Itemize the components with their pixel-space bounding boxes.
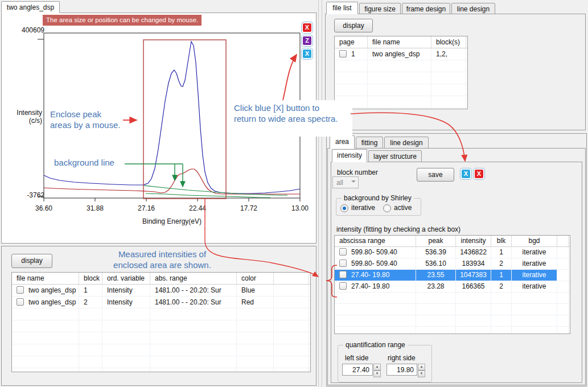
row-checkbox[interactable] bbox=[17, 298, 24, 306]
table-row[interactable]: two angles_dsp2Intensity1481.00 - - 20.2… bbox=[12, 297, 310, 308]
shirley-radio-active[interactable]: active bbox=[383, 204, 412, 212]
chevron-down-icon bbox=[351, 180, 356, 185]
spin-up-icon[interactable]: ▲ bbox=[418, 364, 425, 370]
table-row bbox=[12, 344, 310, 356]
right-side-field[interactable]: 19.80 bbox=[386, 364, 417, 376]
row-checkbox[interactable] bbox=[339, 282, 347, 290]
block-number-label: block number bbox=[337, 168, 378, 176]
file-list-table[interactable]: pagefile nameblock(s)1two angles_dsp1,2, bbox=[334, 36, 468, 109]
splitter-line[interactable] bbox=[322, 0, 322, 387]
column-header: file name bbox=[368, 36, 431, 48]
block-number-dropdown[interactable]: all bbox=[332, 176, 359, 188]
table-row bbox=[335, 108, 467, 109]
tab-line-design-2[interactable]: line design bbox=[384, 137, 429, 149]
subtab-layer-structure[interactable]: layer structure bbox=[368, 150, 422, 162]
row-checkbox[interactable] bbox=[339, 271, 347, 278]
shirley-radio-iterative[interactable]: iterative bbox=[340, 204, 375, 212]
table-header-row: pagefile nameblock(s) bbox=[335, 36, 467, 48]
chart-zoom-button[interactable]: Z bbox=[302, 35, 312, 46]
column-header: ord. variable bbox=[102, 273, 150, 284]
x-tick-label: 13.00 bbox=[283, 204, 317, 212]
column-header: peak bbox=[416, 236, 456, 246]
measured-display-button[interactable]: display bbox=[11, 254, 52, 268]
table-row bbox=[335, 315, 570, 327]
right-side-spinner[interactable]: ▲ ▼ bbox=[418, 364, 425, 377]
table-row[interactable]: two angles_dsp1Intensity1481.00 - - 20.2… bbox=[12, 285, 310, 297]
block-number-value: all bbox=[336, 179, 343, 187]
spin-down-icon[interactable]: ▼ bbox=[373, 370, 381, 377]
intensity-table-caption: intensity (fitting by checking a check b… bbox=[336, 225, 460, 233]
x-tick-label: 27.16 bbox=[129, 204, 163, 212]
row-checkbox[interactable] bbox=[17, 286, 24, 294]
table-row[interactable]: 599.80- 509.40536.3914368221iterative bbox=[335, 247, 570, 258]
row-checkbox[interactable] bbox=[339, 260, 347, 267]
table-row bbox=[335, 72, 467, 84]
y-axis-min-label: -3762 bbox=[19, 191, 44, 199]
tab-file-list[interactable]: file list bbox=[326, 2, 358, 14]
left-side-spinner[interactable]: ▲ ▼ bbox=[373, 364, 381, 377]
column-header: page bbox=[335, 36, 368, 48]
area-back-button[interactable]: X bbox=[460, 168, 471, 179]
table-row[interactable]: 27.40- 19.8023.5510473831iterative bbox=[335, 270, 570, 281]
shirley-radio-row: iterativeactive bbox=[340, 203, 420, 213]
table-row bbox=[12, 308, 310, 320]
left-side-label: left side bbox=[345, 354, 368, 362]
radio-icon[interactable] bbox=[340, 204, 348, 212]
x-axis-title: Binding Energy(eV) bbox=[129, 217, 215, 225]
annotation-enclose-peak: Enclose peakareas by a mouse. bbox=[50, 109, 120, 130]
save-button[interactable]: save bbox=[417, 168, 454, 182]
annotation-click-blue-x: Click blue [X] button toreturn to wide a… bbox=[231, 100, 352, 137]
tab-frame-design[interactable]: frame design bbox=[402, 3, 450, 14]
table-row[interactable]: 27.40- 19.8023.281663652iterative bbox=[335, 281, 570, 293]
y-axis-title-units: (c/s) bbox=[11, 117, 42, 125]
right-side-label: right side bbox=[388, 354, 416, 362]
annotation-measured: Measured intensities ofenclosed area are… bbox=[85, 249, 239, 270]
chart-back-button[interactable]: X bbox=[302, 48, 312, 59]
tab-line-design[interactable]: line design bbox=[451, 3, 495, 14]
intensity-table[interactable]: abscissa rangepeakintensityblkbgd599.80-… bbox=[334, 235, 570, 334]
chart-hint-banner: The area size or position can be changed… bbox=[43, 15, 202, 26]
quantification-legend: quantification range bbox=[343, 341, 408, 349]
table-row bbox=[335, 327, 570, 334]
table-row bbox=[12, 332, 310, 344]
table-header-row: abscissa rangepeakintensityblkbgd bbox=[335, 236, 570, 247]
column-header: block bbox=[79, 273, 102, 284]
spin-down-icon[interactable]: ▼ bbox=[418, 370, 425, 377]
column-header: abs. range bbox=[150, 273, 237, 284]
table-row bbox=[335, 304, 570, 315]
column-header: abscissa range bbox=[335, 236, 416, 246]
chart-close-button[interactable]: X bbox=[302, 22, 312, 33]
annotation-background-line: background line bbox=[54, 157, 114, 168]
table-row[interactable]: 599.80- 509.40536.101839342iterative bbox=[335, 258, 570, 270]
measured-table[interactable]: file nameblockord. variableabs. rangecol… bbox=[11, 272, 311, 372]
tab-two-angles-dsp[interactable]: two angles_dsp bbox=[1, 1, 60, 13]
column-header: bgd bbox=[512, 236, 557, 246]
table-row bbox=[12, 368, 310, 372]
tab-figure-size[interactable]: figure size bbox=[359, 3, 401, 14]
radio-label: iterative bbox=[351, 204, 375, 212]
column-header: blk bbox=[491, 236, 512, 246]
radio-label: active bbox=[394, 204, 412, 212]
table-row bbox=[335, 60, 467, 72]
spin-up-icon[interactable]: ▲ bbox=[373, 364, 381, 370]
subtab-intensity[interactable]: intensity bbox=[332, 149, 367, 162]
tab-area[interactable]: area bbox=[330, 135, 355, 149]
table-header-row: file nameblockord. variableabs. rangecol… bbox=[12, 273, 310, 285]
column-header: file name bbox=[12, 273, 79, 284]
column-header bbox=[274, 273, 309, 284]
radio-icon[interactable] bbox=[383, 204, 391, 212]
row-checkbox[interactable] bbox=[339, 248, 347, 256]
table-row[interactable]: 1two angles_dsp1,2, bbox=[335, 48, 467, 60]
left-side-field[interactable]: 27.40 bbox=[342, 364, 373, 376]
application-window: two angles_dsp The area size or position… bbox=[0, 0, 588, 387]
table-row bbox=[335, 84, 467, 96]
column-header bbox=[557, 236, 569, 246]
y-axis-max-label: 400609 bbox=[17, 26, 44, 34]
column-header: intensity bbox=[456, 236, 491, 246]
row-checkbox[interactable] bbox=[339, 50, 347, 57]
y-axis-title: Intensity bbox=[11, 109, 42, 117]
area-close-button[interactable]: X bbox=[474, 168, 484, 179]
splitter-line[interactable] bbox=[318, 0, 319, 387]
file-list-display-button[interactable]: display bbox=[334, 19, 373, 32]
tab-fitting[interactable]: fitting bbox=[356, 137, 383, 149]
